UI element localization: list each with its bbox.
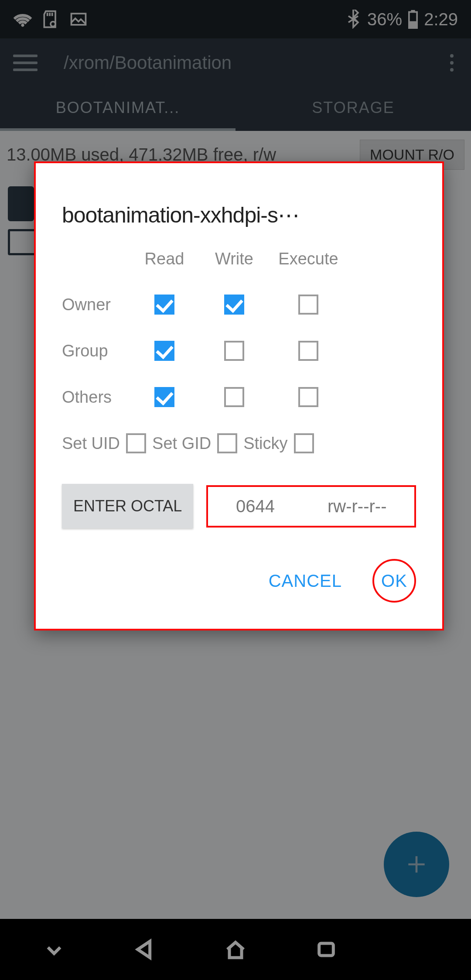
checkbox-others-execute[interactable]	[298, 387, 318, 407]
checkbox-set-gid[interactable]	[217, 433, 237, 453]
checkbox-others-read[interactable]	[154, 387, 174, 407]
label-owner: Owner	[62, 295, 111, 314]
permission-display: 0644 rw-r--r--	[206, 485, 416, 528]
special-bits-row: Set UID Set GID Sticky	[62, 433, 416, 453]
permissions-dialog: bootanimation-xxhdpi-s⋯ Read Write Execu…	[34, 161, 444, 630]
enter-octal-button[interactable]: ENTER OCTAL	[62, 484, 193, 528]
label-set-uid: Set UID	[62, 434, 120, 453]
checkbox-others-write[interactable]	[224, 387, 244, 407]
octal-value: 0644	[236, 497, 275, 516]
header-write: Write	[215, 250, 253, 268]
checkbox-owner-write[interactable]	[224, 295, 244, 315]
label-set-gid: Set GID	[152, 434, 211, 453]
label-others: Others	[62, 388, 112, 407]
dialog-title: bootanimation-xxhdpi-s⋯	[62, 202, 416, 228]
label-group: Group	[62, 342, 108, 360]
checkbox-sticky[interactable]	[294, 433, 314, 453]
permissions-grid: Read Write Execute Owner Group Others	[62, 250, 416, 407]
symbolic-value: rw-r--r--	[328, 497, 386, 516]
ok-button[interactable]: OK	[381, 571, 407, 591]
content-area: 13.00MB used, 471.32MB free, r/w MOUNT R…	[0, 131, 471, 919]
checkbox-owner-read[interactable]	[154, 295, 174, 315]
ok-button-highlight: OK	[372, 559, 416, 603]
header-execute: Execute	[278, 250, 338, 268]
octal-row: ENTER OCTAL 0644 rw-r--r--	[62, 484, 416, 528]
header-read: Read	[145, 250, 184, 268]
label-sticky: Sticky	[243, 434, 287, 453]
checkbox-group-write[interactable]	[224, 341, 244, 361]
dialog-actions: CANCEL OK	[62, 559, 416, 603]
cancel-button[interactable]: CANCEL	[269, 571, 342, 591]
checkbox-set-uid[interactable]	[126, 433, 146, 453]
checkbox-group-execute[interactable]	[298, 341, 318, 361]
checkbox-owner-execute[interactable]	[298, 295, 318, 315]
checkbox-group-read[interactable]	[154, 341, 174, 361]
